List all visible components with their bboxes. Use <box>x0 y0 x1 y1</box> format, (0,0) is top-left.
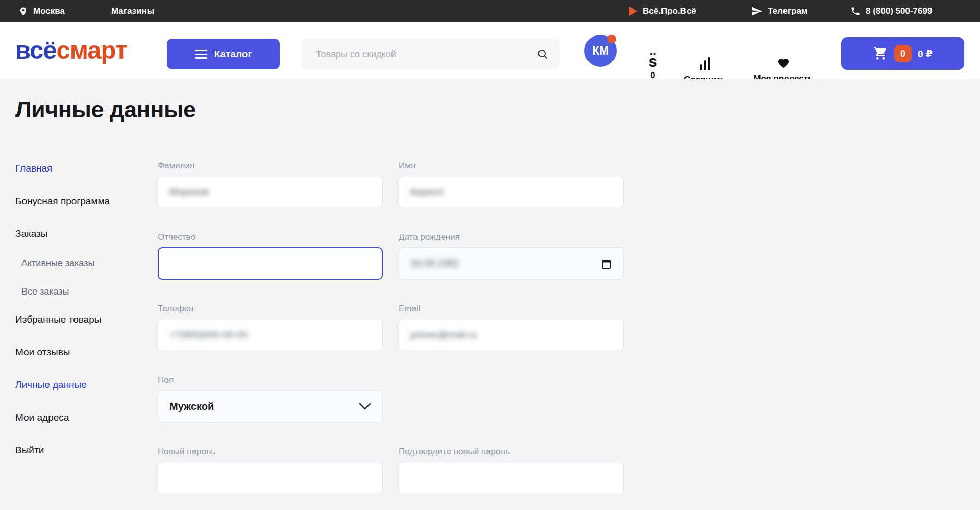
email-field-group: Email primer@mail.ru <box>399 304 624 351</box>
lastname-value: Морозов <box>169 186 209 198</box>
sidebar-item-favorites[interactable]: Избранные товары <box>15 313 143 326</box>
play-icon <box>629 6 638 16</box>
catalog-label: Каталог <box>214 48 252 60</box>
page-title: Личные данные <box>15 96 195 123</box>
sidebar-item-all-orders[interactable]: Все заказы <box>15 285 143 298</box>
sidebar-item-my-addresses[interactable]: Мои адреса <box>15 411 143 424</box>
lastname-input[interactable]: Морозов <box>158 176 383 208</box>
phone-link[interactable]: 8 (800) 500-7699 <box>850 0 932 22</box>
birthdate-label: Дата рождения <box>399 232 624 242</box>
gender-label: Пол <box>158 375 383 385</box>
gender-value: Мужской <box>169 401 214 412</box>
chevron-down-icon <box>359 403 371 410</box>
bonus-icon: s̈ <box>648 54 657 69</box>
logo-blue-part: всё <box>15 36 56 64</box>
cart-icon <box>873 46 888 61</box>
main-content: Личные данные Главная Бонусная программа… <box>0 79 980 510</box>
promo-link[interactable]: Всё.Про.Всё <box>629 0 696 22</box>
hamburger-icon <box>195 50 207 59</box>
middlename-label: Отчество <box>158 232 383 242</box>
firstname-value: Кирилл <box>410 186 444 198</box>
personal-data-form: Фамилия Морозов Имя Кирилл Отчество Да <box>158 161 624 510</box>
lastname-field-group: Фамилия Морозов <box>158 161 383 208</box>
new-password-field-group: Новый пароль <box>158 447 383 494</box>
phone-number: 8 (800) 500-7699 <box>866 6 932 16</box>
search-input[interactable] <box>316 39 530 69</box>
search-icon[interactable] <box>536 48 549 60</box>
avatar-initials: КМ <box>592 44 609 58</box>
sidebar-item-personal-data[interactable]: Личные данные <box>15 379 143 391</box>
phone-input[interactable]: +7(900)000-00-00 <box>158 319 383 351</box>
catalog-button[interactable]: Каталог <box>167 39 280 69</box>
sidebar-item-active-orders[interactable]: Активные заказы <box>15 257 143 270</box>
notification-dot <box>607 35 616 43</box>
firstname-input[interactable]: Кирилл <box>399 176 624 208</box>
firstname-field-group: Имя Кирилл <box>399 161 624 208</box>
sidebar-item-my-reviews[interactable]: Мои отзывы <box>15 346 143 358</box>
email-label: Email <box>399 304 624 314</box>
email-value: primer@mail.ru <box>410 329 477 341</box>
cart-total: 0 ₽ <box>918 48 933 60</box>
sidebar-item-home[interactable]: Главная <box>15 162 143 175</box>
calendar-icon[interactable] <box>601 258 612 270</box>
phone-label: Телефон <box>158 304 383 314</box>
firstname-label: Имя <box>399 161 624 171</box>
birthdate-input[interactable]: 16.09.1982 <box>399 247 624 280</box>
heart-icon <box>777 57 790 69</box>
bonus-widget[interactable]: s̈ 0 <box>641 54 665 80</box>
phone-icon <box>850 6 861 16</box>
birthdate-value: 16.09.1982 <box>410 258 459 269</box>
middlename-field-group: Отчество <box>158 232 383 280</box>
telegram-label: Телеграм <box>768 6 808 16</box>
birthdate-field-group: Дата рождения 16.09.1982 <box>399 232 624 280</box>
search-box <box>302 39 560 69</box>
confirm-password-input[interactable] <box>399 462 624 494</box>
sidebar-item-bonus-program[interactable]: Бонусная программа <box>15 195 143 207</box>
topbar: Москва Магазины Всё.Про.Всё Телеграм 8 (… <box>0 0 980 22</box>
logo[interactable]: всёсмарт <box>15 36 127 64</box>
promo-label: Всё.Про.Всё <box>643 6 696 16</box>
sidebar-item-logout[interactable]: Выйти <box>15 444 143 456</box>
gender-field-group: Пол Мужской <box>158 375 383 423</box>
email-input[interactable]: primer@mail.ru <box>399 319 624 351</box>
new-password-input[interactable] <box>158 462 383 494</box>
account-sidebar: Главная Бонусная программа Заказы Активн… <box>15 162 143 477</box>
telegram-icon <box>751 6 763 17</box>
gender-row-spacer <box>399 375 624 423</box>
lastname-label: Фамилия <box>158 161 383 171</box>
confirm-password-label: Подтвердите новый пароль <box>399 447 624 457</box>
middlename-input[interactable] <box>158 247 383 280</box>
logo-orange-part: смарт <box>56 36 127 64</box>
telegram-link[interactable]: Телеграм <box>751 0 808 22</box>
stores-link[interactable]: Магазины <box>111 0 154 22</box>
header: всёсмарт Каталог КМ s̈ 0 Сравнить Моя пр… <box>0 22 980 79</box>
city-selector[interactable]: Москва <box>18 0 65 22</box>
new-password-label: Новый пароль <box>158 447 383 457</box>
avatar[interactable]: КМ <box>584 35 617 67</box>
stores-label: Магазины <box>111 6 154 16</box>
cart-count-badge: 0 <box>894 45 912 62</box>
confirm-password-field-group: Подтвердите новый пароль <box>399 447 624 494</box>
bar-chart-icon <box>700 57 710 70</box>
phone-field-group: Телефон +7(900)000-00-00 <box>158 304 383 351</box>
gender-select[interactable]: Мужской <box>158 390 383 423</box>
sidebar-item-orders[interactable]: Заказы <box>15 228 143 240</box>
location-pin-icon <box>18 7 28 16</box>
phone-value: +7(900)000-00-00 <box>169 329 248 341</box>
city-label: Москва <box>33 6 65 16</box>
cart-button[interactable]: 0 0 ₽ <box>841 37 964 70</box>
